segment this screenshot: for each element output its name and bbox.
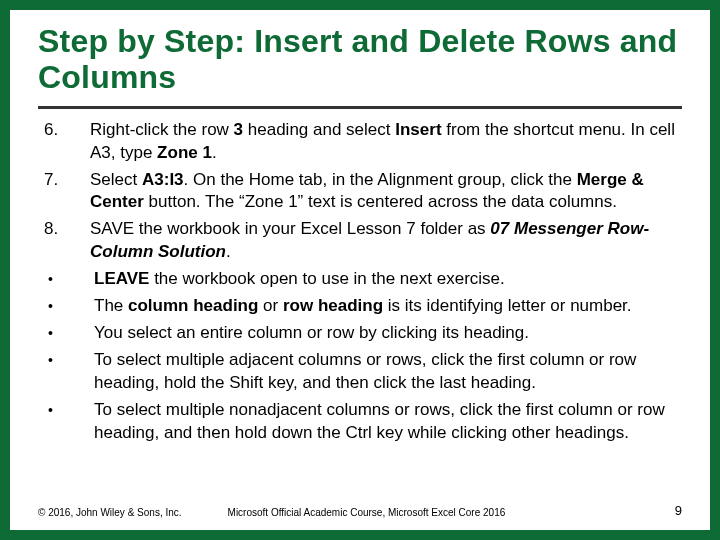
list-item: •LEAVE the workbook open to use in the n… xyxy=(38,268,682,291)
list-item-text: SAVE the workbook in your Excel Lesson 7… xyxy=(90,218,682,264)
bullet-icon: • xyxy=(38,322,94,345)
list-item-text: You select an entire column or row by cl… xyxy=(94,322,682,345)
list-item-number: 8. xyxy=(38,218,90,264)
bullet-icon: • xyxy=(38,399,94,445)
list-item: •The column heading or row heading is it… xyxy=(38,295,682,318)
list-item-text: Select A3:I3. On the Home tab, in the Al… xyxy=(90,169,682,215)
list-item: •To select multiple adjacent columns or … xyxy=(38,349,682,395)
bullet-icon: • xyxy=(38,268,94,291)
list-item: 7.Select A3:I3. On the Home tab, in the … xyxy=(38,169,682,215)
numbered-list: 6.Right-click the row 3 heading and sele… xyxy=(38,119,682,265)
bullet-icon: • xyxy=(38,295,94,318)
list-item-text: The column heading or row heading is its… xyxy=(94,295,682,318)
list-item-number: 7. xyxy=(38,169,90,215)
footer-course: Microsoft Official Academic Course, Micr… xyxy=(228,507,506,518)
list-item: 6.Right-click the row 3 heading and sele… xyxy=(38,119,682,165)
bullet-list: •LEAVE the workbook open to use in the n… xyxy=(38,268,682,445)
list-item-text: To select multiple adjacent columns or r… xyxy=(94,349,682,395)
slide: Step by Step: Insert and Delete Rows and… xyxy=(0,0,720,540)
list-item: •To select multiple nonadjacent columns … xyxy=(38,399,682,445)
list-item-text: Right-click the row 3 heading and select… xyxy=(90,119,682,165)
list-item: •You select an entire column or row by c… xyxy=(38,322,682,345)
title-rule xyxy=(38,106,682,109)
footer-page-number: 9 xyxy=(675,503,682,518)
slide-body: 6.Right-click the row 3 heading and sele… xyxy=(38,119,682,445)
list-item-text: LEAVE the workbook open to use in the ne… xyxy=(94,268,682,291)
list-item: 8.SAVE the workbook in your Excel Lesson… xyxy=(38,218,682,264)
bullet-icon: • xyxy=(38,349,94,395)
footer-copyright: © 2016, John Wiley & Sons, Inc. xyxy=(38,507,182,518)
list-item-number: 6. xyxy=(38,119,90,165)
list-item-text: To select multiple nonadjacent columns o… xyxy=(94,399,682,445)
slide-title: Step by Step: Insert and Delete Rows and… xyxy=(38,24,682,96)
slide-footer: © 2016, John Wiley & Sons, Inc. Microsof… xyxy=(38,503,682,518)
